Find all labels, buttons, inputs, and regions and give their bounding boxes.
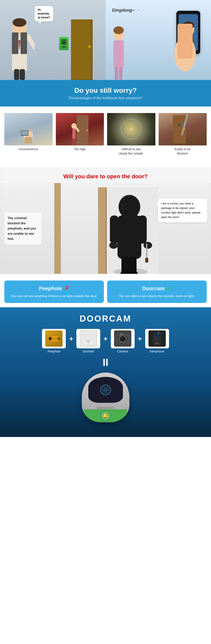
problem-item-2: Too high xyxy=(56,113,104,156)
doorcam-section: DOORCAM Peephole xyxy=(0,307,211,437)
svg-point-72 xyxy=(121,337,122,338)
plus-3: + xyxy=(138,335,142,343)
svg-rect-29 xyxy=(72,128,76,140)
svg-point-62 xyxy=(58,338,60,340)
problem-label-2: Too high xyxy=(56,147,104,152)
svg-rect-6 xyxy=(21,32,27,54)
svg-rect-7 xyxy=(14,69,19,80)
svg-rect-42 xyxy=(106,187,107,274)
equation-item-interphone: Interphone xyxy=(145,329,169,353)
svg-rect-41 xyxy=(98,187,106,274)
dare-title: Will you dare to open the door? xyxy=(0,168,211,183)
doorcam-mark: ✓ xyxy=(167,285,172,292)
svg-rect-18 xyxy=(115,67,118,80)
svg-point-35 xyxy=(129,128,133,131)
worry-subtitle: Disadvantages of the traditional door pe… xyxy=(4,96,207,100)
svg-rect-19 xyxy=(119,67,122,80)
svg-point-59 xyxy=(49,338,51,340)
comparison-section: Peephole ✗ You can not see anything if t… xyxy=(0,276,211,307)
svg-rect-64 xyxy=(85,334,92,340)
equation-item-doorbell: Doorbell xyxy=(76,329,100,353)
svg-rect-47 xyxy=(138,216,147,244)
svg-point-2 xyxy=(13,18,26,27)
svg-rect-5 xyxy=(12,32,18,54)
device-shape: 🔔 xyxy=(82,372,129,422)
problem-image-1 xyxy=(4,113,53,146)
device-container: 🔔 xyxy=(4,372,207,422)
equation-item-camera: Camera xyxy=(111,329,135,353)
svg-rect-78 xyxy=(155,338,159,339)
svg-rect-16 xyxy=(113,40,124,68)
equation-label-interphone: Interphone xyxy=(145,350,169,353)
plus-1: + xyxy=(69,335,73,343)
svg-point-39 xyxy=(178,124,181,126)
door-bg: 📱 xyxy=(71,20,93,80)
bell-icon: 🔔 xyxy=(103,413,108,418)
hero-section: Hi, anybody at home? 📱 xyxy=(0,0,211,80)
hand-figure xyxy=(165,6,204,80)
svg-rect-76 xyxy=(158,331,159,334)
equation-label-peephole: Peephole xyxy=(42,350,66,353)
doorcam-card: Doorcam ✓ You are able to see clearly th… xyxy=(107,280,207,303)
hero-right: Dingdong~ ~ xyxy=(106,0,211,80)
device-screen xyxy=(88,377,123,403)
doorcam-title-row: Doorcam ✓ xyxy=(111,285,202,292)
problem-label-1: Inconvenience xyxy=(4,147,53,152)
svg-rect-31 xyxy=(72,138,74,146)
hero-left: Hi, anybody at home? 📱 xyxy=(0,0,106,80)
svg-rect-46 xyxy=(110,216,119,244)
problem-item-4: Easily to be blocked. xyxy=(159,113,207,156)
doorcam-text: You are able to see clearly the outside,… xyxy=(111,294,202,299)
peephole-card: Peephole ✗ You can not see anything if t… xyxy=(4,280,104,303)
svg-point-27 xyxy=(86,130,88,131)
problems-grid: Inconvenience xyxy=(4,113,207,156)
person-right-small xyxy=(108,20,129,80)
plus-2: + xyxy=(103,335,108,343)
worry-section: Do you still worry? Disadvantages of the… xyxy=(0,80,211,106)
doorcam-title: Doorcam xyxy=(142,286,164,292)
device-speaker-area xyxy=(97,404,114,410)
peephole-mark: ✗ xyxy=(64,285,69,292)
doorbell-on-door: 📱 xyxy=(59,37,69,50)
problem-item-1: Inconvenience xyxy=(4,113,53,156)
peephole-title: Peephole xyxy=(39,286,62,292)
doorcam-equation: Peephole + Doorbell + xyxy=(4,329,207,353)
speech-bubble: Hi, anybody at home? xyxy=(35,6,53,22)
equation-label-doorbell: Doorbell xyxy=(76,350,100,353)
svg-rect-73 xyxy=(120,333,123,336)
doorcam-main-title: DOORCAM xyxy=(4,314,207,324)
dare-content: The criminal blocked the peephole, and y… xyxy=(0,183,211,274)
courier-bubble: I am a courier, you have a package to be… xyxy=(158,198,207,222)
svg-rect-25 xyxy=(21,131,28,135)
problem-item-3: Difficult to see clearly the outside. xyxy=(107,113,155,156)
svg-point-81 xyxy=(156,342,158,344)
equals-symbol: II xyxy=(4,356,207,368)
peephole-title-row: Peephole ✗ xyxy=(9,285,100,292)
worry-title: Do you still worry? xyxy=(4,86,207,94)
device-lens xyxy=(100,384,111,395)
problems-section: Inconvenience xyxy=(0,106,211,165)
dare-section: Will you dare to open the door? The crim… xyxy=(0,168,211,274)
svg-point-49 xyxy=(109,242,118,249)
equation-box-interphone xyxy=(145,329,169,348)
problem-image-4 xyxy=(159,113,207,146)
criminal-text: The criminal blocked the peephole, and y… xyxy=(8,216,38,242)
problem-image-2 xyxy=(56,113,104,146)
svg-rect-14 xyxy=(177,24,193,58)
svg-rect-51 xyxy=(145,258,148,262)
svg-point-17 xyxy=(113,26,124,34)
person-left-figure xyxy=(4,11,35,80)
equation-box-doorbell xyxy=(76,329,100,348)
criminal-svg xyxy=(98,187,159,274)
peephole-text: You can not see anything if there is no … xyxy=(9,294,100,299)
dare-center-area: I am a courier, you have a package to be… xyxy=(46,183,211,274)
dingdong-text: Dingdong~ ~ xyxy=(112,8,135,13)
equation-box-camera xyxy=(111,329,135,348)
dare-left-panel: The criminal blocked the peephole, and y… xyxy=(0,183,46,274)
svg-rect-22 xyxy=(25,137,32,144)
svg-point-66 xyxy=(87,341,89,342)
svg-point-71 xyxy=(122,338,124,340)
svg-rect-45 xyxy=(117,216,141,259)
svg-rect-8 xyxy=(20,69,25,80)
svg-rect-79 xyxy=(155,339,159,340)
